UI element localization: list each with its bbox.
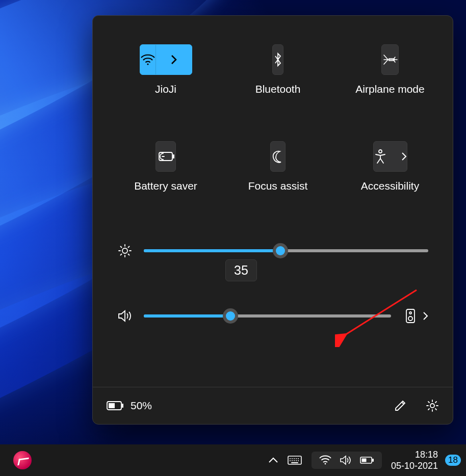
svg-point-11 (430, 404, 434, 408)
svg-point-0 (147, 63, 148, 65)
volume-icon (117, 309, 133, 323)
wifi-toggle-main[interactable] (140, 45, 156, 74)
svg-point-14 (325, 463, 326, 465)
wifi-icon (319, 455, 332, 465)
bluetooth-icon (273, 51, 283, 68)
svg-point-4 (122, 248, 127, 253)
svg-point-6 (409, 312, 411, 314)
battery-icon (106, 400, 124, 411)
battery-percent-label: 50% (131, 400, 152, 412)
svg-rect-16 (372, 459, 374, 462)
chevron-right-icon (423, 311, 428, 321)
battery-status[interactable]: 50% (106, 400, 152, 412)
battery-saver-toggle[interactable] (156, 141, 176, 172)
accessibility-icon (374, 149, 387, 164)
volume-slider[interactable] (144, 314, 391, 318)
wifi-expand-button[interactable] (156, 45, 192, 74)
gear-icon (425, 399, 439, 413)
speaker-device-icon (405, 308, 416, 324)
battery-saver-label: Battery saver (134, 180, 197, 192)
volume-slider-row (117, 308, 428, 324)
wifi-label: JioJi (155, 83, 176, 95)
brightness-slider[interactable] (144, 249, 428, 252)
taskbar-keyboard-button[interactable] (283, 444, 306, 476)
airplane-mode-toggle[interactable] (381, 44, 399, 75)
volume-slider-thumb[interactable] (223, 308, 238, 324)
volume-icon (339, 455, 352, 466)
brightness-icon (117, 243, 133, 258)
pencil-icon (394, 399, 407, 412)
wifi-toggle[interactable] (140, 44, 192, 75)
taskbar-date: 05-10-2021 (391, 460, 438, 471)
svg-rect-10 (109, 403, 115, 408)
airplane-mode-label: Airplane mode (355, 83, 424, 95)
taskbar-time: 18:18 (415, 449, 438, 460)
quick-settings-footer: 50% (93, 387, 453, 424)
battery-icon (359, 456, 375, 465)
svg-point-7 (408, 316, 412, 321)
taskbar-clock[interactable]: 18:18 05-10-2021 (387, 449, 442, 471)
taskbar-app-icon[interactable] (13, 451, 32, 469)
taskbar: 18:18 05-10-2021 18 (0, 444, 466, 476)
edit-quick-settings-button[interactable] (394, 399, 407, 412)
notification-badge[interactable]: 18 (445, 455, 461, 466)
focus-assist-toggle[interactable] (270, 141, 286, 172)
svg-point-3 (379, 150, 382, 153)
keyboard-icon (287, 455, 302, 466)
bluetooth-toggle[interactable] (272, 44, 283, 75)
accessibility-toggle[interactable] (373, 141, 407, 172)
moon-icon (271, 149, 285, 164)
brightness-slider-row: 35 (117, 243, 428, 258)
quick-settings-panel: JioJi Bluetooth Airplane mode (92, 15, 453, 425)
chevron-right-icon (401, 152, 407, 161)
settings-button[interactable] (425, 399, 439, 413)
battery-saver-icon (156, 150, 175, 163)
chevron-right-icon (170, 54, 177, 65)
chevron-up-icon (268, 456, 279, 464)
airplane-icon (382, 52, 398, 67)
svg-rect-17 (362, 459, 367, 462)
bluetooth-label: Bluetooth (255, 83, 301, 95)
focus-assist-label: Focus assist (248, 180, 308, 192)
accessibility-label: Accessibility (361, 180, 419, 192)
audio-output-button[interactable] (405, 308, 428, 324)
show-hidden-icons-button[interactable] (264, 444, 283, 476)
svg-rect-2 (173, 154, 174, 158)
volume-tooltip: 35 (225, 259, 257, 281)
taskbar-system-tray[interactable] (312, 452, 382, 469)
svg-rect-9 (122, 404, 123, 408)
brightness-slider-thumb[interactable] (273, 243, 288, 258)
wifi-icon (140, 54, 156, 66)
